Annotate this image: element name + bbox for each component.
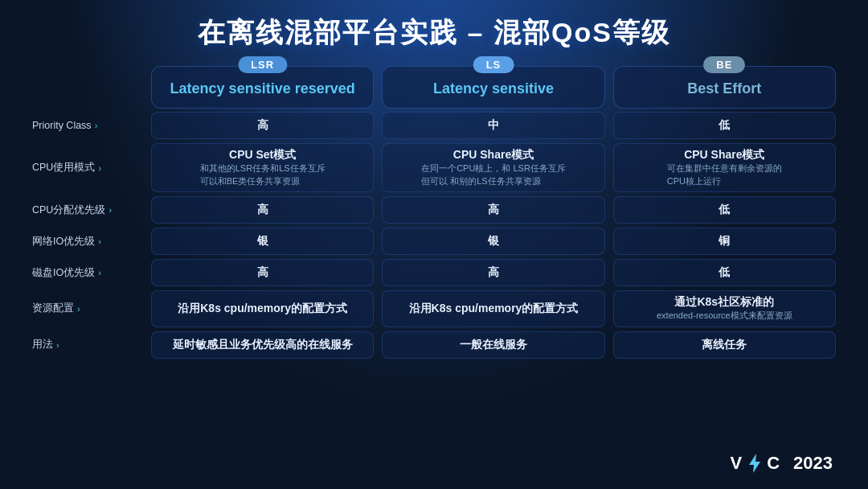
table-row: 磁盘IO优先级›高高低 bbox=[32, 259, 836, 286]
cell-sub-text: 可在集群中任意有剩余资源的CPU核上运行 bbox=[667, 162, 782, 187]
row-label-text: 网络IO优先级 bbox=[32, 235, 95, 249]
table-cell: 离线任务 bbox=[613, 331, 836, 359]
row-arrow-icon: › bbox=[95, 121, 98, 130]
vdc-text: V bbox=[730, 453, 743, 474]
row-label-text: CPU分配优先级 bbox=[32, 203, 105, 217]
table-cell: 通过K8s社区标准的extended-resource模式来配置资源 bbox=[613, 290, 836, 327]
col-header-be: BEBest Effort bbox=[613, 66, 836, 109]
row-label-text: 用法 bbox=[32, 338, 53, 351]
table-cell: 低 bbox=[613, 196, 836, 224]
cell-main-text: 一般在线服务 bbox=[460, 338, 527, 352]
cell-main-text: 通过K8s社区标准的 bbox=[674, 295, 774, 310]
col-title-lsr: Latency sensitive reserved bbox=[170, 80, 355, 98]
cell-main-text: 银 bbox=[257, 234, 268, 249]
table-cell: CPU Share模式在同一个CPU核上，和 LSR任务互斥但可以 和别的LS任… bbox=[382, 143, 604, 192]
cell-main-text: 高 bbox=[488, 265, 499, 280]
row-cells-0: 高中低 bbox=[151, 112, 836, 139]
cell-main-text: CPU Set模式 bbox=[229, 148, 296, 162]
svg-marker-0 bbox=[749, 454, 760, 473]
table-cell: 延时敏感且业务优先级高的在线服务 bbox=[151, 331, 374, 359]
table-cell: 高 bbox=[151, 112, 374, 139]
table-row: 网络IO优先级›银银铜 bbox=[32, 228, 836, 255]
row-arrow-icon: › bbox=[98, 163, 101, 173]
main-container: 在离线混部平台实践 – 混部QoS等级 LSRLatency sensitive… bbox=[0, 0, 868, 489]
table-cell: 高 bbox=[151, 259, 374, 286]
col-header-ls: LSLatency sensitive bbox=[382, 66, 604, 109]
table-cell: 沿用K8s cpu/memory的配置方式 bbox=[382, 290, 604, 327]
table-cell: 铜 bbox=[613, 228, 836, 255]
table-cell: 银 bbox=[382, 228, 604, 255]
row-label-text: 磁盘IO优先级 bbox=[32, 266, 95, 280]
badge-lsr: LSR bbox=[238, 56, 287, 73]
col-headers: LSRLatency sensitive reservedLSLatency s… bbox=[151, 66, 836, 109]
badge-ls: LS bbox=[473, 56, 514, 73]
table-row: 资源配置›沿用K8s cpu/memory的配置方式沿用K8s cpu/memo… bbox=[32, 290, 836, 327]
table-cell: 中 bbox=[382, 112, 604, 139]
row-cells-2: 高高低 bbox=[151, 196, 836, 224]
row-label-text: CPU使用模式 bbox=[32, 161, 95, 175]
table-cell: 低 bbox=[613, 259, 836, 286]
row-cells-6: 延时敏感且业务优先级高的在线服务一般在线服务离线任务 bbox=[151, 331, 836, 359]
table-cell: 低 bbox=[613, 112, 836, 139]
cell-main-text: 高 bbox=[257, 118, 268, 133]
row-label-5: 资源配置› bbox=[32, 290, 151, 327]
cell-main-text: CPU Share模式 bbox=[453, 148, 534, 162]
data-rows: Priority Class›高中低CPU使用模式›CPU Set模式和其他的L… bbox=[32, 112, 836, 476]
table-cell: 沿用K8s cpu/memory的配置方式 bbox=[151, 290, 374, 327]
column-headers: LSRLatency sensitive reservedLSLatency s… bbox=[32, 66, 836, 109]
col-title-ls: Latency sensitive bbox=[433, 80, 554, 98]
table-cell: 一般在线服务 bbox=[382, 331, 604, 359]
cell-main-text: 高 bbox=[257, 265, 268, 280]
table-row: CPU分配优先级›高高低 bbox=[32, 196, 836, 224]
cell-main-text: 沿用K8s cpu/memory的配置方式 bbox=[178, 302, 347, 316]
row-cells-4: 高高低 bbox=[151, 259, 836, 286]
table-row: 用法›延时敏感且业务优先级高的在线服务一般在线服务离线任务 bbox=[32, 331, 836, 359]
cell-main-text: 高 bbox=[257, 203, 268, 217]
cell-main-text: 沿用K8s cpu/memory的配置方式 bbox=[409, 302, 579, 316]
row-label-text: 资源配置 bbox=[32, 302, 74, 315]
row-arrow-icon: › bbox=[98, 268, 101, 277]
row-label-text: Priority Class bbox=[32, 120, 92, 131]
row-label-0: Priority Class› bbox=[32, 112, 151, 139]
table-row: CPU使用模式›CPU Set模式和其他的LSR任务和LS任务互斥可以和BE类任… bbox=[32, 143, 836, 192]
row-arrow-icon: › bbox=[56, 340, 59, 350]
row-cells-5: 沿用K8s cpu/memory的配置方式沿用K8s cpu/memory的配置… bbox=[151, 290, 836, 327]
table-cell: 高 bbox=[382, 196, 604, 224]
row-label-2: CPU分配优先级› bbox=[32, 196, 151, 224]
cell-main-text: 低 bbox=[719, 203, 730, 217]
vdc-logo: V C 2023 bbox=[730, 452, 833, 475]
row-label-6: 用法› bbox=[32, 331, 151, 359]
table-area: LSRLatency sensitive reservedLSLatency s… bbox=[32, 66, 836, 476]
col-title-be: Best Effort bbox=[687, 80, 761, 98]
row-arrow-icon: › bbox=[77, 304, 80, 314]
row-label-3: 网络IO优先级› bbox=[32, 228, 151, 255]
cell-main-text: 延时敏感且业务优先级高的在线服务 bbox=[173, 338, 353, 352]
row-arrow-icon: › bbox=[98, 236, 101, 246]
cell-main-text: 离线任务 bbox=[702, 338, 747, 352]
row-label-4: 磁盘IO优先级› bbox=[32, 259, 151, 286]
vdc-lightning-icon bbox=[746, 452, 764, 475]
badge-be: BE bbox=[703, 56, 745, 73]
cell-main-text: 高 bbox=[488, 203, 499, 217]
vdc-c: C bbox=[767, 453, 780, 474]
vdc-year: 2023 bbox=[793, 453, 833, 474]
cell-main-text: 铜 bbox=[719, 234, 730, 249]
cell-sub-text: extended-resource模式来配置资源 bbox=[657, 310, 792, 322]
cell-main-text: 银 bbox=[488, 234, 499, 249]
row-label-1: CPU使用模式› bbox=[32, 143, 151, 192]
table-cell: 高 bbox=[382, 259, 604, 286]
table-cell: 银 bbox=[151, 228, 374, 255]
cell-main-text: 中 bbox=[488, 118, 499, 133]
cell-sub-text: 和其他的LSR任务和LS任务互斥可以和BE类任务共享资源 bbox=[200, 162, 326, 187]
cell-main-text: 低 bbox=[719, 265, 730, 280]
table-cell: CPU Share模式可在集群中任意有剩余资源的CPU核上运行 bbox=[613, 143, 836, 192]
cell-sub-text: 在同一个CPU核上，和 LSR任务互斥但可以 和别的LS任务共享资源 bbox=[421, 162, 566, 187]
table-cell: 高 bbox=[151, 196, 374, 224]
col-header-lsr: LSRLatency sensitive reserved bbox=[151, 66, 374, 109]
table-row: Priority Class›高中低 bbox=[32, 112, 836, 139]
cell-main-text: CPU Share模式 bbox=[684, 148, 764, 162]
cell-main-text: 低 bbox=[719, 118, 730, 133]
row-arrow-icon: › bbox=[108, 205, 112, 215]
page-title: 在离线混部平台实践 – 混部QoS等级 bbox=[32, 14, 836, 51]
row-cells-1: CPU Set模式和其他的LSR任务和LS任务互斥可以和BE类任务共享资源CPU… bbox=[151, 143, 836, 192]
